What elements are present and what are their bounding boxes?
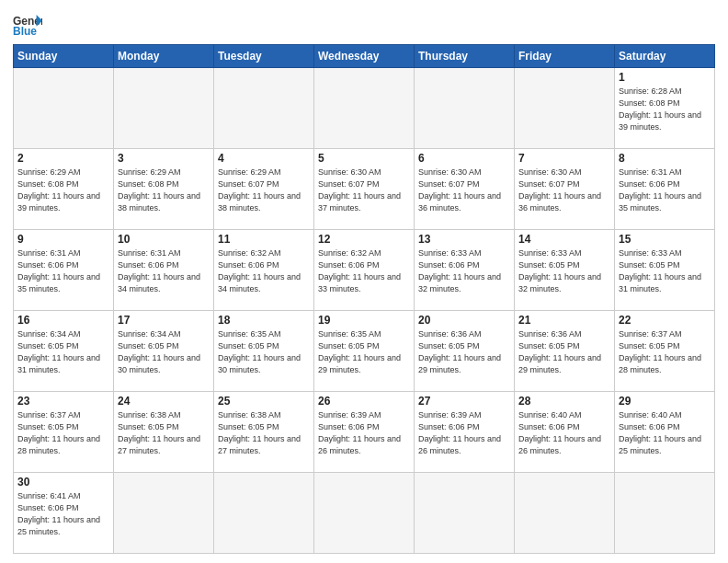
calendar-cell: 18Sunrise: 6:35 AM Sunset: 6:05 PM Dayli…	[214, 311, 314, 392]
day-header-monday: Monday	[114, 45, 214, 68]
calendar-cell	[314, 473, 415, 554]
calendar-cell: 5Sunrise: 6:30 AM Sunset: 6:07 PM Daylig…	[314, 149, 415, 230]
calendar-cell: 8Sunrise: 6:31 AM Sunset: 6:06 PM Daylig…	[615, 149, 715, 230]
day-info: Sunrise: 6:29 AM Sunset: 6:07 PM Dayligh…	[218, 167, 310, 214]
day-info: Sunrise: 6:30 AM Sunset: 6:07 PM Dayligh…	[418, 167, 510, 214]
day-info: Sunrise: 6:41 AM Sunset: 6:06 PM Dayligh…	[17, 490, 109, 538]
day-number: 17	[118, 314, 210, 327]
calendar-cell: 16Sunrise: 6:34 AM Sunset: 6:05 PM Dayli…	[14, 311, 114, 392]
day-number: 7	[518, 152, 610, 165]
calendar-cell: 20Sunrise: 6:36 AM Sunset: 6:05 PM Dayli…	[415, 311, 515, 392]
day-info: Sunrise: 6:37 AM Sunset: 6:05 PM Dayligh…	[17, 409, 109, 457]
calendar-cell: 15Sunrise: 6:33 AM Sunset: 6:05 PM Dayli…	[615, 230, 715, 311]
day-number: 28	[518, 395, 610, 408]
day-info: Sunrise: 6:35 AM Sunset: 6:05 PM Dayligh…	[318, 328, 410, 376]
day-info: Sunrise: 6:29 AM Sunset: 6:08 PM Dayligh…	[17, 167, 109, 214]
calendar-week-row: 9Sunrise: 6:31 AM Sunset: 6:06 PM Daylig…	[14, 230, 715, 311]
svg-text:Blue: Blue	[13, 25, 37, 38]
calendar-cell	[515, 68, 615, 149]
calendar-cell: 7Sunrise: 6:30 AM Sunset: 6:07 PM Daylig…	[515, 149, 615, 230]
day-info: Sunrise: 6:35 AM Sunset: 6:05 PM Dayligh…	[218, 328, 310, 376]
calendar-table: SundayMondayTuesdayWednesdayThursdayFrid…	[13, 44, 715, 554]
calendar-cell: 28Sunrise: 6:40 AM Sunset: 6:06 PM Dayli…	[515, 392, 615, 473]
calendar-cell: 19Sunrise: 6:35 AM Sunset: 6:05 PM Dayli…	[314, 311, 415, 392]
day-number: 8	[619, 152, 711, 165]
day-info: Sunrise: 6:33 AM Sunset: 6:05 PM Dayligh…	[518, 247, 610, 295]
day-info: Sunrise: 6:36 AM Sunset: 6:05 PM Dayligh…	[418, 328, 510, 376]
day-number: 11	[218, 233, 310, 246]
day-info: Sunrise: 6:31 AM Sunset: 6:06 PM Dayligh…	[619, 167, 711, 214]
calendar-cell: 29Sunrise: 6:40 AM Sunset: 6:06 PM Dayli…	[615, 392, 715, 473]
calendar-cell: 25Sunrise: 6:38 AM Sunset: 6:05 PM Dayli…	[214, 392, 314, 473]
day-number: 5	[318, 152, 410, 165]
calendar-cell: 9Sunrise: 6:31 AM Sunset: 6:06 PM Daylig…	[14, 230, 114, 311]
day-number: 21	[518, 314, 610, 327]
day-number: 25	[218, 395, 310, 408]
day-info: Sunrise: 6:40 AM Sunset: 6:06 PM Dayligh…	[619, 409, 711, 457]
day-info: Sunrise: 6:37 AM Sunset: 6:05 PM Dayligh…	[619, 328, 711, 376]
day-number: 9	[17, 233, 109, 246]
calendar-cell	[114, 473, 214, 554]
day-number: 6	[418, 152, 510, 165]
day-number: 12	[318, 233, 410, 246]
day-number: 16	[17, 314, 109, 327]
header: General Blue	[13, 9, 715, 39]
logo: General Blue	[13, 13, 42, 39]
day-info: Sunrise: 6:30 AM Sunset: 6:07 PM Dayligh…	[318, 167, 410, 214]
calendar-cell	[214, 68, 314, 149]
calendar-week-row: 16Sunrise: 6:34 AM Sunset: 6:05 PM Dayli…	[14, 311, 715, 392]
calendar-cell	[615, 473, 715, 554]
day-number: 23	[17, 395, 109, 408]
day-header-sunday: Sunday	[14, 45, 114, 68]
calendar-cell	[415, 68, 515, 149]
calendar-week-row: 30Sunrise: 6:41 AM Sunset: 6:06 PM Dayli…	[14, 473, 715, 554]
day-number: 1	[619, 71, 711, 84]
calendar-cell	[214, 473, 314, 554]
calendar-cell: 3Sunrise: 6:29 AM Sunset: 6:08 PM Daylig…	[114, 149, 214, 230]
day-number: 2	[17, 152, 109, 165]
calendar-cell: 6Sunrise: 6:30 AM Sunset: 6:07 PM Daylig…	[415, 149, 515, 230]
day-info: Sunrise: 6:39 AM Sunset: 6:06 PM Dayligh…	[418, 409, 510, 457]
day-number: 27	[418, 395, 510, 408]
calendar-cell	[314, 68, 415, 149]
day-info: Sunrise: 6:39 AM Sunset: 6:06 PM Dayligh…	[318, 409, 410, 457]
calendar-cell: 10Sunrise: 6:31 AM Sunset: 6:06 PM Dayli…	[114, 230, 214, 311]
calendar-cell: 4Sunrise: 6:29 AM Sunset: 6:07 PM Daylig…	[214, 149, 314, 230]
day-info: Sunrise: 6:40 AM Sunset: 6:06 PM Dayligh…	[518, 409, 610, 457]
day-header-friday: Friday	[515, 45, 615, 68]
day-info: Sunrise: 6:29 AM Sunset: 6:08 PM Dayligh…	[118, 167, 210, 214]
day-number: 22	[619, 314, 711, 327]
calendar-cell: 27Sunrise: 6:39 AM Sunset: 6:06 PM Dayli…	[415, 392, 515, 473]
calendar-cell	[415, 473, 515, 554]
day-info: Sunrise: 6:28 AM Sunset: 6:08 PM Dayligh…	[619, 86, 711, 133]
day-info: Sunrise: 6:30 AM Sunset: 6:07 PM Dayligh…	[518, 167, 610, 214]
day-info: Sunrise: 6:33 AM Sunset: 6:05 PM Dayligh…	[619, 247, 711, 295]
calendar-header-row: SundayMondayTuesdayWednesdayThursdayFrid…	[14, 45, 715, 68]
day-number: 15	[619, 233, 711, 246]
calendar-cell: 17Sunrise: 6:34 AM Sunset: 6:05 PM Dayli…	[114, 311, 214, 392]
calendar-cell: 14Sunrise: 6:33 AM Sunset: 6:05 PM Dayli…	[515, 230, 615, 311]
calendar-cell: 24Sunrise: 6:38 AM Sunset: 6:05 PM Dayli…	[114, 392, 214, 473]
day-number: 10	[118, 233, 210, 246]
day-header-saturday: Saturday	[615, 45, 715, 68]
calendar-cell: 23Sunrise: 6:37 AM Sunset: 6:05 PM Dayli…	[14, 392, 114, 473]
day-info: Sunrise: 6:32 AM Sunset: 6:06 PM Dayligh…	[318, 247, 410, 295]
calendar-cell: 12Sunrise: 6:32 AM Sunset: 6:06 PM Dayli…	[314, 230, 415, 311]
day-number: 26	[318, 395, 410, 408]
day-info: Sunrise: 6:38 AM Sunset: 6:05 PM Dayligh…	[118, 409, 210, 457]
calendar-cell: 13Sunrise: 6:33 AM Sunset: 6:06 PM Dayli…	[415, 230, 515, 311]
day-info: Sunrise: 6:31 AM Sunset: 6:06 PM Dayligh…	[17, 247, 109, 295]
calendar-week-row: 23Sunrise: 6:37 AM Sunset: 6:05 PM Dayli…	[14, 392, 715, 473]
day-info: Sunrise: 6:33 AM Sunset: 6:06 PM Dayligh…	[418, 247, 510, 295]
day-number: 24	[118, 395, 210, 408]
day-info: Sunrise: 6:32 AM Sunset: 6:06 PM Dayligh…	[218, 247, 310, 295]
day-number: 13	[418, 233, 510, 246]
logo-icon: General Blue	[13, 13, 42, 39]
calendar-cell	[14, 68, 114, 149]
day-info: Sunrise: 6:34 AM Sunset: 6:05 PM Dayligh…	[118, 328, 210, 376]
calendar-cell	[515, 473, 615, 554]
calendar-cell: 11Sunrise: 6:32 AM Sunset: 6:06 PM Dayli…	[214, 230, 314, 311]
day-number: 29	[619, 395, 711, 408]
day-number: 20	[418, 314, 510, 327]
calendar-week-row: 2Sunrise: 6:29 AM Sunset: 6:08 PM Daylig…	[14, 149, 715, 230]
